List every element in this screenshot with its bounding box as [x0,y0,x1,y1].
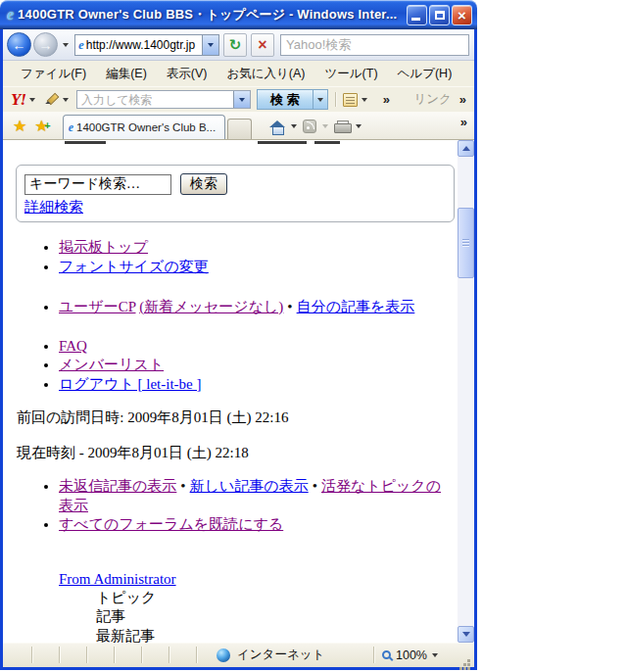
nav-list: 掲示板トップ フォントサイズの変更 [3,238,458,276]
window-frame: ← → e ↻ × ファイル(F) 編集(E) 表示(V) お気に入り(A) ツ… [0,29,477,670]
resize-grip[interactable] [459,647,472,663]
print-dropdown[interactable] [356,124,362,128]
scroll-down-button[interactable] [458,626,474,643]
yahoo-menu-dropdown[interactable] [29,98,35,102]
new-tab-stub[interactable] [227,119,252,139]
yahoo-search-button[interactable]: 検 索 [257,89,314,110]
advanced-search-link[interactable]: 詳細検索 [24,198,83,216]
user-cp-link[interactable]: ユーザーCP [59,299,136,314]
menu-bar: ファイル(F) 編集(E) 表示(V) お気に入り(A) ツール(T) ヘルプ(… [3,61,474,86]
arrow-down-icon [462,632,470,637]
links-chevron[interactable]: » [459,92,466,107]
stop-button[interactable]: × [251,33,274,57]
member-list-link[interactable]: メンバーリスト [59,357,164,372]
close-button[interactable]: × [452,5,472,25]
menu-file[interactable]: ファイル(F) [11,63,96,85]
keyword-search-input[interactable] [24,174,171,195]
ie-logo-icon: e [7,7,14,23]
status-cell [5,647,32,663]
minimize-button[interactable] [407,5,427,25]
list-item: ユーザーCP (新着メッセージなし)•自分の記事を表示 [59,298,458,317]
desktop: { "colors": { "link_blue": "#0000EE", "l… [0,0,627,672]
status-bar: インターネット 100% [3,643,474,667]
history-dropdown-button[interactable] [63,43,69,47]
list-item: FAQ [59,337,458,357]
clipped-text-fragment [258,141,307,144]
scrollbar-thumb[interactable] [458,208,474,278]
font-size-link[interactable]: フォントサイズの変更 [59,259,209,274]
tabbar-overflow-chevron[interactable]: » [460,115,467,129]
refresh-button[interactable]: ↻ [223,33,247,57]
toolbar-overflow-chevron[interactable]: » [383,92,390,107]
status-cell [32,647,60,663]
faq-link[interactable]: FAQ [59,338,87,354]
url-combobox: e [74,34,219,56]
url-input[interactable] [86,38,202,52]
keyword-search-button[interactable]: 検索 [180,173,227,195]
quick-search-box [280,34,469,56]
back-button[interactable]: ← [7,32,31,57]
notepad-icon[interactable] [343,93,358,107]
from-administrator-link[interactable]: From Administrator [59,570,176,589]
zoom-control[interactable]: 100% [373,647,459,663]
browser-window: e 1400GTR Owner's Club BBS・トップページ - Wind… [0,0,477,670]
favorites-star-icon[interactable]: ★ [13,119,26,134]
window-title: 1400GTR Owner's Club BBS・トップページ - Window… [18,6,405,24]
yahoo-search-dropdown[interactable] [233,91,250,108]
zoom-level: 100% [396,648,427,662]
home-icon[interactable] [269,120,285,133]
links-label[interactable]: リンク [413,91,451,108]
yahoo-logo[interactable]: Y! [11,90,25,110]
scroll-up-button[interactable] [458,140,474,157]
mark-read-link[interactable]: すべてのフォーラムを既読にする [59,516,283,532]
refresh-icon: ↻ [229,37,242,52]
list-item: 未返信記事の表示•新しい記事の表示•活発なトピックの表示 [59,477,453,515]
unanswered-posts-link[interactable]: 未返信記事の表示 [59,478,176,494]
address-bar: ← → e ↻ × [3,29,474,61]
new-posts-link[interactable]: 新しい記事の表示 [190,478,309,494]
globe-icon [217,648,230,662]
forward-button[interactable]: → [33,32,58,57]
minimize-icon [411,18,420,21]
list-item: すべてのフォーラムを既読にする [59,515,458,535]
status-cell [142,647,169,663]
zoom-dropdown[interactable] [432,653,438,657]
magnifier-icon [382,650,391,659]
menu-view[interactable]: 表示(V) [157,63,217,85]
stop-icon: × [258,37,266,53]
quick-search-input[interactable] [281,37,468,52]
home-dropdown[interactable] [291,124,297,128]
scrollbar-track[interactable] [458,157,474,626]
yahoo-search-input[interactable] [77,93,233,107]
new-messages-link[interactable]: (新着メッセージなし) [139,299,283,314]
pencil-dropdown[interactable] [63,98,69,102]
add-favorite-icon[interactable]: ★+ [34,119,48,134]
menu-help[interactable]: ヘルプ(H) [388,63,462,85]
url-dropdown-button[interactable] [202,35,218,55]
print-icon[interactable] [334,120,350,132]
clipped-text-fragment [314,141,340,144]
status-cell [87,647,115,663]
maximize-button[interactable] [429,5,450,25]
tab-active[interactable]: e 1400GTR Owner's Club B... [63,115,225,139]
logout-link[interactable]: ログアウト [ let-it-be ] [59,376,201,392]
yahoo-search-options[interactable] [314,89,328,110]
plus-icon: + [44,120,50,131]
tab-favicon: e [69,121,73,133]
view-list: 未返信記事の表示•新しい記事の表示•活発なトピックの表示 すべてのフォーラムを既… [3,477,458,535]
board-top-link[interactable]: 掲示板トップ [59,239,148,255]
arrow-up-icon [462,146,470,151]
menu-favorites[interactable]: お気に入り(A) [217,63,314,85]
notepad-dropdown[interactable] [362,98,367,102]
chevron-down-icon [208,43,214,47]
own-posts-link[interactable]: 自分の記事を表示 [297,299,415,314]
last-visit-text: 前回の訪問日時: 2009年8月01日 (土) 22:16 [17,408,458,427]
chevron-down-icon [317,98,323,102]
yahoo-toolbar: Y! 検 索 » リンク » [3,86,474,112]
pencil-icon[interactable] [45,93,59,107]
menu-edit[interactable]: 編集(E) [96,63,157,85]
menu-tools[interactable]: ツール(T) [315,63,388,85]
rss-feed-icon[interactable] [303,120,316,133]
page-favicon: e [78,38,84,51]
yahoo-search-box [76,90,251,109]
